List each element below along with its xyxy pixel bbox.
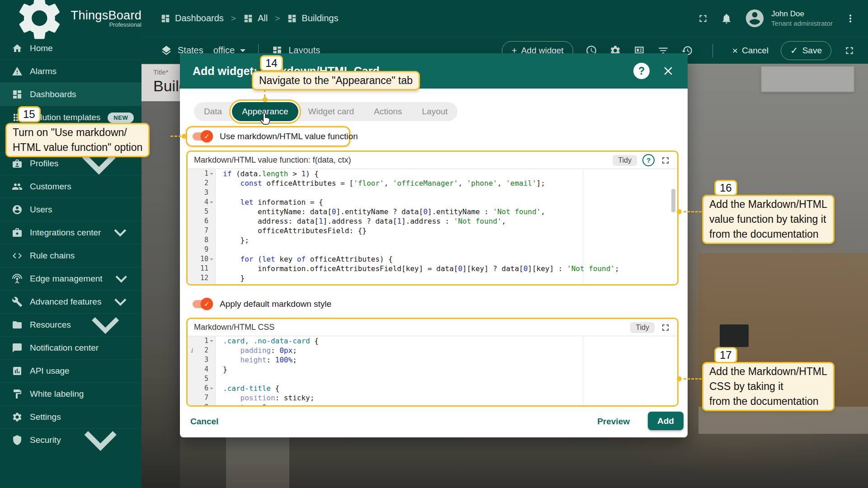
dialog-cancel-button[interactable]: Cancel xyxy=(190,417,218,427)
dashboards-icon xyxy=(243,14,253,23)
sidebar-item-label: Edge management xyxy=(30,274,103,284)
tidy-button[interactable]: Tidy xyxy=(630,322,655,333)
sidebar-item-label: Resources xyxy=(30,320,71,330)
new-badge: NEW xyxy=(108,113,134,123)
markdown-css-editor[interactable]: Markdown/HTML CSS Tidy 1.card, .no-data-… xyxy=(186,318,679,407)
bar-chart-icon xyxy=(12,366,23,376)
tidy-button[interactable]: Tidy xyxy=(613,155,637,166)
user-name: John Doe xyxy=(771,9,833,19)
help-icon[interactable]: ? xyxy=(633,63,650,79)
tab-widget-card[interactable]: Widget card xyxy=(298,102,364,121)
code-line: 5 entityName: data[0].entityName ? data[… xyxy=(188,207,677,216)
sidebar-menu: HomeAlarmsDashboardsSolution templatesNE… xyxy=(0,37,142,451)
code-line: i2 padding: 0px; xyxy=(188,346,677,355)
paint-icon xyxy=(12,389,23,399)
code-area-css[interactable]: 1.card, .no-data-card {i2 padding: 0px;3… xyxy=(188,336,677,405)
breadcrumb-item-all[interactable]: All xyxy=(243,13,268,23)
code-line: 3 xyxy=(188,188,677,197)
apply-markdown-style-toggle[interactable]: ✓ xyxy=(193,300,212,308)
connector-line-15 xyxy=(170,136,181,137)
sidebar-item-label: Notification center xyxy=(30,343,99,353)
dialog-tabs: DataAppearanceWidget cardActionsLayout xyxy=(194,102,458,121)
sidebar-item-alarms[interactable]: Alarms xyxy=(0,60,142,83)
sidebar-item-resources[interactable]: Resources xyxy=(0,313,142,336)
code-line: 4 let information = { xyxy=(188,197,677,207)
code-line: 10 for (let key of officeAttributes) { xyxy=(188,254,677,264)
fullscreen-icon[interactable] xyxy=(697,13,709,24)
use-markdown-function-toggle[interactable]: ✓ xyxy=(193,132,212,141)
dashboards-icon xyxy=(160,14,170,23)
code-line: 7 officeAttributesField: {} xyxy=(188,226,677,235)
code-area-function[interactable]: 1if (data.length > 1) {2 const officeAtt… xyxy=(188,169,677,284)
brand-logo[interactable]: ThingsBoard Professional xyxy=(0,0,142,37)
sidebar-item-label: Home xyxy=(30,43,53,53)
edge-antenna-icon xyxy=(12,273,23,284)
home-icon xyxy=(12,43,23,54)
code-line: 2 const officeAttributes = ['floor', 'of… xyxy=(188,178,677,188)
step-badge-16: 16 xyxy=(714,180,737,196)
cancel-edit-button[interactable]: × Cancel xyxy=(732,46,769,56)
sidebar-item-label: Customers xyxy=(30,182,71,192)
step-badge-15: 15 xyxy=(18,106,41,122)
toggle-knob-check: ✓ xyxy=(201,130,213,142)
markdown-function-editor[interactable]: Markdown/HTML value function: f(data, ct… xyxy=(186,150,679,286)
thingsboard-screen: Title* Buildings ThingsBoard Professiona… xyxy=(0,0,868,488)
editor-help-icon[interactable]: ? xyxy=(642,154,655,166)
fold-arrow-icon[interactable] xyxy=(210,202,213,205)
dialog-add-button[interactable]: Add xyxy=(648,412,684,430)
editor-fullscreen-icon[interactable] xyxy=(660,155,671,166)
sidebar-item-api-usage[interactable]: API usage xyxy=(0,359,142,382)
rule-chains-icon xyxy=(12,250,23,261)
tab-data[interactable]: Data xyxy=(194,102,232,121)
tab-layout[interactable]: Layout xyxy=(412,102,458,121)
save-button[interactable]: ✓ Save xyxy=(781,41,831,60)
step-badge-17: 17 xyxy=(714,347,737,363)
fold-arrow-icon[interactable] xyxy=(210,173,213,177)
fullscreen-icon[interactable] xyxy=(844,45,855,56)
fold-arrow-icon[interactable] xyxy=(210,258,213,262)
editor-title: Markdown/HTML value function: f(data, ct… xyxy=(194,155,351,165)
connector-line-16 xyxy=(684,211,702,212)
close-icon: × xyxy=(732,46,738,55)
step-callout-15: Turn on "Use markdown/HTML value functio… xyxy=(5,123,150,157)
sidebar-item-white-labeling[interactable]: White labeling xyxy=(0,382,142,405)
code-line: 11 information.officeAttributesField[key… xyxy=(188,264,677,273)
user-role: Tenant administrator xyxy=(771,19,833,28)
chevron-down-icon xyxy=(68,408,132,472)
user-menu[interactable]: John Doe Tenant administrator xyxy=(744,8,833,29)
toggle-label: Apply default markdown style xyxy=(220,299,331,309)
editor-fullscreen-icon[interactable] xyxy=(660,322,671,333)
code-line: 8 top: 0; xyxy=(188,403,677,405)
toolbar-divider xyxy=(712,44,713,57)
step-callout-14: Navigate to the "Appearance" tab xyxy=(252,71,420,90)
connector-dot-15 xyxy=(182,134,187,139)
notifications-bell-icon[interactable] xyxy=(721,13,732,24)
sidebar-item-security[interactable]: Security xyxy=(0,428,142,451)
breadcrumb-item-buildings[interactable]: Buildings xyxy=(287,13,338,23)
breadcrumb-separator: > xyxy=(231,14,236,23)
close-icon[interactable] xyxy=(661,64,675,78)
fold-arrow-icon[interactable] xyxy=(210,388,213,391)
sidebar-item-label: Integrations center xyxy=(30,228,101,238)
sidebar-item-label: Users xyxy=(30,205,52,215)
more-vert-icon[interactable] xyxy=(844,13,856,24)
notification-chat-icon xyxy=(12,343,23,353)
editor-scrollbar[interactable] xyxy=(671,189,675,212)
sidebar-item-label: Alarms xyxy=(30,66,57,76)
sidebar-item-edge-management[interactable]: Edge management xyxy=(0,267,142,290)
profiles-icon xyxy=(12,158,23,169)
dialog-preview-button[interactable]: Preview xyxy=(597,417,630,427)
sidebar-item-integrations-center[interactable]: Integrations center xyxy=(0,221,142,244)
sidebar-item-dashboards[interactable]: Dashboards xyxy=(0,83,142,106)
fold-arrow-icon[interactable] xyxy=(210,340,213,344)
breadcrumb-item-dashboards[interactable]: Dashboards xyxy=(160,13,224,23)
dashboards-icon xyxy=(287,14,297,23)
sidebar-item-users[interactable]: Users xyxy=(0,198,142,221)
connector-dot-17 xyxy=(677,376,682,381)
integrations-icon xyxy=(12,227,23,238)
code-line: 6.card-title { xyxy=(188,384,677,393)
breadcrumb: Dashboards>All>Buildings xyxy=(160,13,338,23)
sidebar-item-label: Settings xyxy=(30,412,61,422)
tab-actions[interactable]: Actions xyxy=(364,102,412,121)
sidebar-item-rule-chains[interactable]: Rule chains xyxy=(0,244,142,267)
